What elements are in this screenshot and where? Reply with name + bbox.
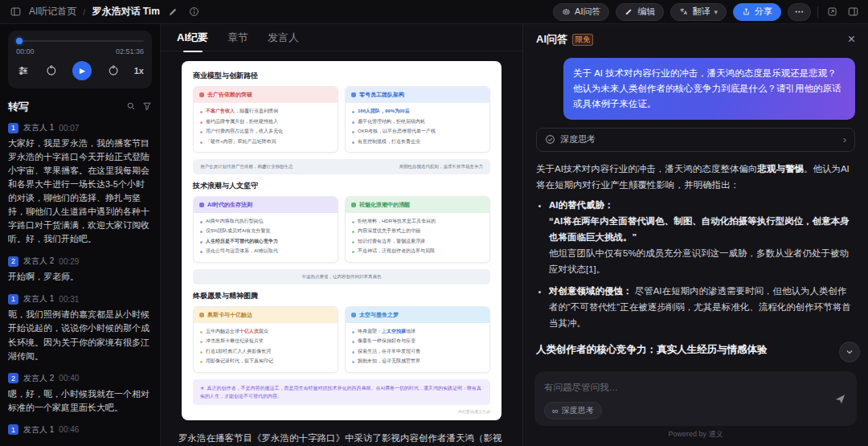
deep-think-icon: ∞ — [552, 407, 559, 415]
filter-icon[interactable] — [142, 100, 152, 114]
qa-header: AI问答 限免 × — [523, 24, 868, 55]
notes-tabs: AI纪要 章节 发言人 — [161, 24, 522, 51]
card-bullet: 用影像记录时代，留下真实印记 — [199, 357, 332, 366]
share-button[interactable]: 分享 — [733, 3, 781, 21]
breadcrumb-separator: / — [83, 7, 85, 17]
collapse-sidebar-icon[interactable] — [8, 5, 23, 19]
transcript-entry[interactable]: 2 发言人 2 00:29 开始啊，罗老师。 — [8, 256, 152, 284]
transcript-entry[interactable]: 1 发言人 1 00:46 什么叫相对标准。 — [8, 424, 152, 440]
poster-card-ads: 去广告依赖的突破 不靠广告收入，颠覆行业盈利惯例 签约品牌专属共创，拒绝硬性植入… — [193, 86, 338, 153]
translate-button[interactable]: 翻译 ▾ — [670, 3, 727, 21]
poster-banner: 用户会员计划代替广告依赖，构建行业独创生态 周期性自我迭代机制，追求长效市场竞争… — [193, 159, 490, 174]
deep-think-toggle-label: 深度思考 — [562, 405, 594, 416]
card-icon — [351, 203, 356, 207]
send-icon — [834, 393, 846, 405]
card-bullet: 探索生活，在寻常中发现可贵 — [351, 347, 484, 356]
tab-ai-summary[interactable]: AI纪要 — [177, 31, 208, 45]
edit-title-icon[interactable] — [166, 5, 181, 19]
entry-time[interactable]: 00:31 — [59, 295, 79, 304]
card-bullet: 扁平化管理结构，拒绝层级内耗 — [351, 117, 484, 126]
more-button[interactable]: ⋯ — [788, 3, 811, 21]
entry-time[interactable]: 00:40 — [59, 374, 79, 383]
transcript-entry[interactable]: 1 发言人 1 00:31 呃，我们照例请的嘉宾都是从小时候开始说起的，说说你小… — [8, 293, 152, 362]
transcript-header: 转写 — [8, 100, 152, 114]
speaker-name: 发言人 1 — [23, 293, 54, 305]
speed-button[interactable]: 1x — [134, 66, 144, 76]
send-button[interactable] — [831, 390, 849, 407]
deep-think-toggle[interactable]: ∞ 深度思考 — [544, 402, 602, 419]
share-icon — [742, 7, 751, 16]
card-icon — [351, 92, 356, 97]
play-button[interactable]: ▶ — [72, 61, 92, 80]
entry-text: 什么叫相对标准。 — [8, 439, 152, 440]
poster-card-space: 太空与墨鱼之梦 终身愿望：上太空拍摄地球 像墨鱼一样保持好奇与应变 探索生活，在… — [345, 306, 490, 373]
star-icon: ★ — [200, 386, 204, 391]
card-bullet: 强化公司与运营体系，AI难以取代 — [199, 247, 332, 256]
progress-handle[interactable] — [16, 38, 23, 44]
card-icon — [199, 313, 204, 317]
card-title: 太空与墨鱼之梦 — [359, 311, 399, 319]
transcript-list: 1 发言人 1 00:07 大家好，我是罗永浩，我的播客节目罗永浩的十字路口今天… — [8, 122, 152, 440]
entry-time[interactable]: 00:46 — [59, 425, 79, 434]
answer-bullet: AI的替代威胁： “AI将在两年内全面替代调色、制图、自动化拍摄等执行型岗位，创… — [549, 198, 855, 277]
free-badge: 限免 — [572, 34, 593, 46]
check-circle-icon — [545, 134, 555, 145]
app-root: AI听记首页 / 罗永浩对话 Tim AI问答 编辑 翻译 ▾ — [0, 0, 868, 446]
tab-speakers[interactable]: 发言人 — [268, 31, 299, 45]
ai-qa-button-label: AI问答 — [575, 6, 600, 18]
poster-watermark: AI纪要由通义生成 — [193, 409, 490, 414]
summary-paragraph: 罗永浩在播客节目《罗永浩的十字路口》中采访了影视内容创作者潘天鸿（影视飓风创始人… — [177, 420, 506, 446]
notes-scroll-area[interactable]: 商业模型与创新路径 去广告依赖的突破 不靠广告收入，颠覆行业盈利惯例 签约品牌专… — [161, 51, 522, 446]
answer-bullet: 对创意领域的侵蚀： 尽管AI在短期内的渗透需要时间，但他认为人类创作者的“不可替… — [549, 284, 855, 331]
card-title: AI时代的生存法则 — [207, 201, 252, 209]
edit-button[interactable]: 编辑 — [616, 3, 664, 21]
total-time: 02:51:36 — [116, 47, 144, 55]
summary-poster: 商业模型与创新路径 去广告依赖的突破 不靠广告收入，颠覆行业盈利惯例 签约品牌专… — [182, 61, 502, 420]
time-row: 00:00 02:51:36 — [16, 47, 144, 55]
speaker-badge: 1 — [8, 424, 18, 435]
qa-input-card[interactable]: ∞ 深度思考 — [534, 371, 857, 426]
info-icon[interactable] — [187, 5, 202, 19]
card-bullet: 166人团队，99%为00后 — [351, 107, 484, 116]
breadcrumb-home[interactable]: AI听记首页 — [29, 5, 76, 18]
equalizer-icon[interactable] — [16, 63, 31, 78]
qa-chat-area[interactable]: 关于 AI 技术对内容行业的冲击，潘天鸿的态度是乐观还是悲观？他认为未来人类创作… — [523, 55, 868, 365]
speaker-badge: 1 — [8, 294, 18, 305]
current-time: 00:00 — [16, 47, 35, 55]
card-bullet: 人生经历是不可替代的核心竞争力 — [199, 237, 332, 246]
transcript-entry[interactable]: 1 发言人 1 00:07 大家好，我是罗永浩，我的播客节目罗永浩的十字路口今天… — [8, 122, 152, 246]
entry-time[interactable]: 00:07 — [59, 124, 79, 133]
poster-card-team: 零号员工团队架构 166人团队，99%为00后 扁平化管理结构，拒绝层级内耗 O… — [345, 86, 490, 153]
transcript-entry[interactable]: 2 发言人 2 00:40 嗯，好，呃，小时候我就在一个相对标准的一个家庭里面长… — [8, 373, 152, 415]
poster-quote: ★真正的创作者，不是内容的搬运工，而是用生命经验对抗技术异化的西西弗斯。在AI席… — [193, 379, 490, 405]
topbar-left: AI听记首页 / 罗永浩对话 Tim — [8, 5, 202, 19]
ai-qa-button[interactable]: AI问答 — [553, 3, 609, 21]
progress-track[interactable] — [16, 37, 144, 45]
export-icon[interactable] — [825, 5, 839, 19]
rewind-icon[interactable] — [44, 63, 59, 78]
translate-icon — [679, 7, 688, 16]
layout-panel-icon[interactable] — [845, 5, 860, 19]
progress-line — [16, 40, 144, 42]
speaker-name: 发言人 2 — [23, 256, 54, 267]
poster-section-title: 商业模型与创新路径 — [193, 71, 490, 81]
forward-icon[interactable] — [106, 63, 121, 78]
speaker-badge: 1 — [8, 123, 18, 133]
card-bullet: 终身愿望：上太空拍摄地球 — [351, 327, 484, 336]
card-icon — [199, 203, 204, 207]
qa-panel: AI问答 限免 × 关于 AI 技术对内容行业的冲击，潘天鸿的态度是乐观还是悲观… — [522, 24, 868, 446]
search-icon[interactable] — [126, 100, 136, 114]
question-input[interactable] — [544, 383, 825, 392]
deep-think-collapsible[interactable]: 深度思考 › — [536, 128, 855, 152]
player-controls: ▶ 1x — [16, 61, 144, 80]
translate-button-label: 翻译 — [692, 6, 710, 18]
chevron-right-icon: › — [843, 133, 846, 145]
entry-time[interactable]: 00:29 — [59, 257, 79, 266]
tab-chapters[interactable]: 章节 — [227, 31, 248, 45]
scroll-to-bottom-button[interactable] — [839, 342, 860, 362]
close-icon[interactable]: × — [848, 33, 855, 46]
entry-text: 嗯，好，呃，小时候我就在一个相对标准的一个家庭里面长大吧。 — [8, 387, 152, 415]
notes-panel: AI纪要 章节 发言人 商业模型与创新路径 去广告依赖的突破 不靠广告收入，颠覆… — [161, 24, 522, 446]
transcript-tools — [126, 100, 152, 114]
user-question-bubble: 关于 AI 技术对内容行业的冲击，潘天鸿的态度是乐观还是悲观？他认为未来人类创作… — [563, 58, 855, 120]
